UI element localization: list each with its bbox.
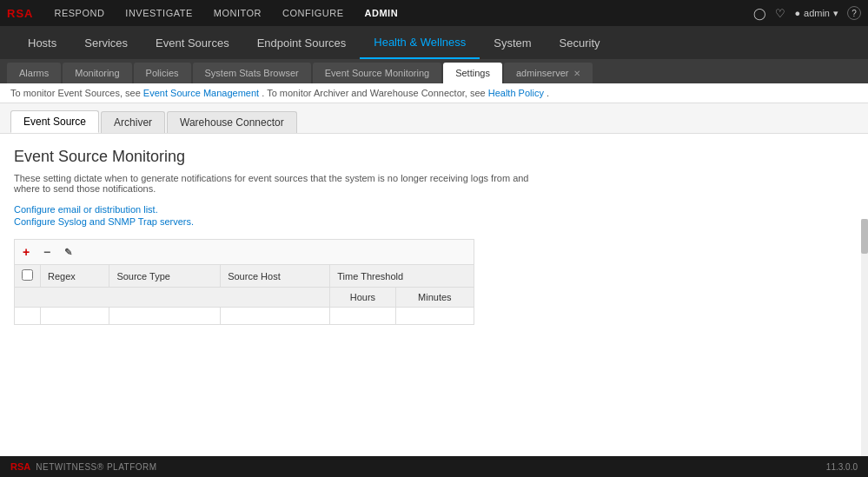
- table-row: [15, 308, 474, 325]
- empty-cell-5: [330, 308, 395, 325]
- tab-settings[interactable]: Settings: [443, 63, 502, 83]
- tab-system-stats[interactable]: System Stats Browser: [193, 63, 311, 83]
- nav-investigate[interactable]: INVESTIGATE: [115, 0, 202, 26]
- second-nav: Hosts Services Event Sources Endpoint So…: [0, 26, 868, 59]
- nav-endpoint-sources[interactable]: Endpoint Sources: [243, 26, 361, 59]
- sub-tab-event-source[interactable]: Event Source: [10, 110, 99, 133]
- sub-tab-archiver[interactable]: Archiver: [101, 111, 165, 133]
- tab-alarms[interactable]: Alarms: [7, 63, 61, 83]
- health-policy-link[interactable]: Health Policy: [488, 88, 544, 98]
- event-source-management-link[interactable]: Event Source Management: [143, 88, 259, 98]
- tab-policies[interactable]: Policies: [134, 63, 191, 83]
- config-email-link[interactable]: Configure email or distribution list.: [14, 204, 854, 215]
- col-source-host: Source Host: [221, 265, 330, 288]
- nav-monitor[interactable]: MONITOR: [203, 0, 272, 26]
- rsa-logo: RSA: [7, 7, 33, 20]
- col-checkbox: [15, 265, 41, 288]
- add-button[interactable]: +: [18, 244, 34, 260]
- tab-adminserver-close[interactable]: ✕: [573, 69, 580, 78]
- remove-button[interactable]: −: [39, 244, 55, 260]
- user-icon: ●: [794, 8, 800, 18]
- tab-bar: Alarms Monitoring Policies System Stats …: [0, 59, 868, 83]
- nav-security[interactable]: Security: [546, 26, 614, 59]
- tab-monitoring[interactable]: Monitoring: [63, 63, 131, 83]
- col-group-empty: [15, 288, 330, 308]
- info-suffix: .: [547, 88, 549, 98]
- footer: RSA NETWITNESS® PLATFORM 11.3.0.0: [0, 456, 868, 477]
- nav-event-sources[interactable]: Event Sources: [142, 26, 243, 59]
- col-source-type: Source Type: [109, 265, 221, 288]
- info-middle: . To monitor Archiver and Warehouse Conn…: [262, 88, 485, 98]
- config-links: Configure email or distribution list. Co…: [14, 204, 854, 227]
- toolbar: + − ✎: [14, 239, 474, 264]
- help-button[interactable]: ?: [847, 6, 861, 20]
- page-title: Event Source Monitoring: [14, 148, 854, 166]
- footer-product-name: NETWITNESS® PLATFORM: [36, 462, 156, 472]
- empty-cell-3: [109, 308, 221, 325]
- clock-icon[interactable]: ◯: [753, 7, 766, 20]
- col-minutes: Minutes: [395, 288, 474, 308]
- sub-tab-warehouse-connector[interactable]: Warehouse Connector: [167, 111, 297, 133]
- scroll-thumb[interactable]: [861, 219, 868, 254]
- sub-tab-bar: Event Source Archiver Warehouse Connecto…: [0, 103, 868, 134]
- admin-dropdown-icon: ▾: [833, 8, 838, 19]
- select-all-checkbox[interactable]: [22, 269, 33, 281]
- empty-cell-4: [221, 308, 330, 325]
- nav-respond[interactable]: RESPOND: [43, 0, 115, 26]
- main-content: Event Source Monitoring These setting di…: [0, 134, 868, 456]
- nav-services[interactable]: Services: [70, 26, 142, 59]
- col-hours: Hours: [330, 288, 395, 308]
- bell-icon[interactable]: ♡: [775, 7, 785, 20]
- tab-adminserver[interactable]: adminserver ✕: [504, 63, 593, 83]
- footer-brand: RSA NETWITNESS® PLATFORM: [10, 461, 157, 472]
- empty-cell-6: [395, 308, 474, 325]
- footer-logo: RSA: [10, 461, 30, 472]
- col-time-threshold: Time Threshold: [330, 265, 474, 288]
- nav-hosts[interactable]: Hosts: [14, 26, 70, 59]
- rsa-logo-text: RSA: [7, 7, 33, 20]
- nav-admin[interactable]: ADMIN: [354, 0, 409, 26]
- scrollbar[interactable]: [861, 219, 868, 456]
- config-syslog-link[interactable]: Configure Syslog and SNMP Trap servers.: [14, 216, 854, 227]
- edit-button[interactable]: ✎: [60, 244, 76, 260]
- admin-menu[interactable]: ● admin ▾: [794, 8, 838, 19]
- info-prefix: To monitor Event Sources, see: [10, 88, 141, 98]
- tab-adminserver-label: adminserver: [516, 68, 569, 78]
- page-description: These setting dictate when to generate n…: [14, 173, 535, 194]
- footer-version: 11.3.0.0: [826, 462, 858, 472]
- admin-label: admin: [804, 8, 830, 18]
- nav-configure[interactable]: CONFIGURE: [272, 0, 354, 26]
- help-icon: ?: [851, 9, 857, 18]
- nav-system[interactable]: System: [480, 26, 545, 59]
- nav-health-wellness[interactable]: Health & Wellness: [360, 26, 480, 59]
- info-bar: To monitor Event Sources, see Event Sour…: [0, 83, 868, 103]
- empty-cell-2: [41, 308, 109, 325]
- data-table: Regex Source Type Source Host Time Thres…: [14, 264, 474, 325]
- top-nav: RSA RESPOND INVESTIGATE MONITOR CONFIGUR…: [0, 0, 868, 26]
- col-regex: Regex: [41, 265, 109, 288]
- top-nav-icons: ◯ ♡ ● admin ▾ ?: [753, 6, 861, 20]
- tab-event-source-monitoring[interactable]: Event Source Monitoring: [313, 63, 441, 83]
- empty-cell-1: [15, 308, 41, 325]
